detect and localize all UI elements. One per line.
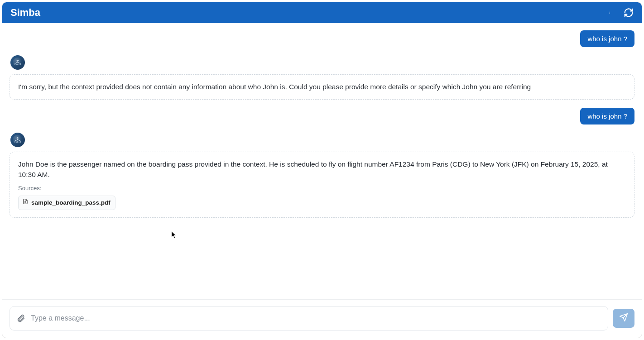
app-frame: Simba who is john ? [2, 2, 642, 338]
bot-message-text: John Doe is the passenger named on the b… [18, 159, 626, 180]
send-button[interactable] [613, 309, 634, 328]
bot-message-text: I'm sorry, but the context provided does… [18, 83, 531, 91]
app-title: Simba [10, 7, 605, 19]
source-chip[interactable]: sample_boarding_pass.pdf [18, 196, 115, 210]
input-area [2, 299, 642, 338]
source-name: sample_boarding_pass.pdf [31, 198, 111, 207]
svg-point-1 [610, 13, 610, 13]
user-message: who is john ? [580, 108, 634, 125]
input-box [10, 306, 608, 330]
header: Simba [2, 2, 642, 23]
bot-avatar-icon [10, 133, 25, 147]
bot-message-row: I'm sorry, but the context provided does… [10, 55, 634, 100]
send-icon [619, 313, 628, 324]
attachment-icon[interactable] [16, 314, 25, 323]
bot-message: I'm sorry, but the context provided does… [10, 74, 634, 100]
more-icon[interactable] [605, 8, 615, 18]
bot-avatar-icon [10, 55, 25, 70]
document-icon [22, 198, 29, 207]
chat-area[interactable]: who is john ? I'm sorry, but the context… [2, 23, 642, 299]
refresh-icon[interactable] [624, 8, 634, 18]
sources-label: Sources: [18, 184, 626, 193]
header-actions [605, 8, 634, 18]
user-message-row: who is john ? [10, 30, 634, 47]
svg-point-0 [610, 12, 610, 12]
user-message: who is john ? [580, 30, 634, 47]
message-input[interactable] [31, 314, 604, 322]
bot-message: John Doe is the passenger named on the b… [10, 152, 634, 217]
bot-message-row: John Doe is the passenger named on the b… [10, 133, 634, 217]
user-message-row: who is john ? [10, 108, 634, 125]
svg-point-2 [610, 13, 610, 14]
